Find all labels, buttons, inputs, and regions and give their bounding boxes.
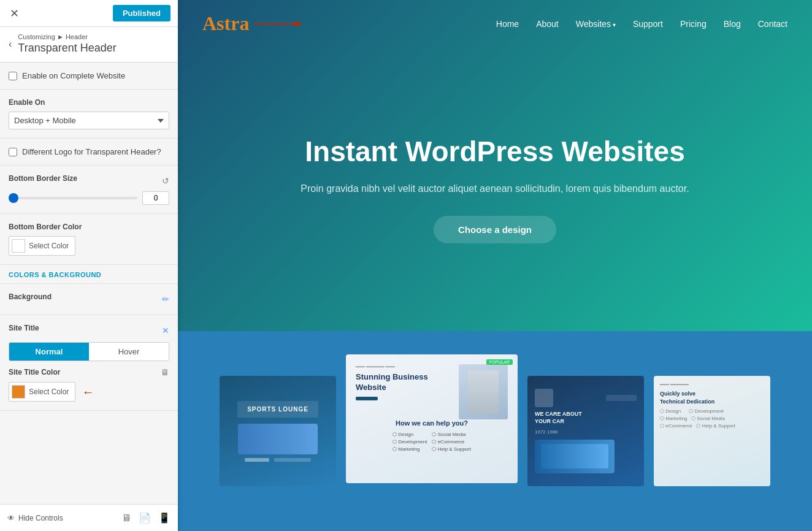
nav-links: Home About Websites Support Pricing Blog… bbox=[496, 19, 787, 29]
nav-about[interactable]: About bbox=[536, 19, 559, 29]
how-help-text: How we can help you? bbox=[396, 419, 468, 427]
reset-icon[interactable]: ↺ bbox=[162, 176, 169, 186]
nav-home[interactable]: Home bbox=[496, 19, 519, 29]
site-title-row: Site Title ✕ bbox=[9, 324, 169, 337]
hide-controls-label: Hide Controls bbox=[18, 514, 63, 522]
business-title: Stunning BusinessWebsite bbox=[356, 372, 428, 393]
different-logo-row: Different Logo for Transparent Header? bbox=[9, 147, 169, 156]
site-title-delete-icon[interactable]: ✕ bbox=[162, 326, 169, 335]
nav-contact[interactable]: Contact bbox=[758, 19, 787, 29]
svg-marker-1 bbox=[294, 21, 303, 26]
background-label: Background bbox=[9, 292, 52, 301]
panel-header: ‹ Customizing ► Header Transparent Heade… bbox=[0, 27, 178, 63]
border-size-row: Bottom Border Size ↺ bbox=[9, 174, 169, 188]
bottom-border-size-label: Bottom Border Size bbox=[9, 174, 77, 183]
site-nav: Astra Home About Websites Support Pricin… bbox=[178, 0, 812, 47]
nav-websites[interactable]: Websites bbox=[576, 19, 616, 29]
enable-on-section: Enable On Desktop + Mobile Desktop Only … bbox=[0, 90, 178, 139]
background-section: Background ✏ bbox=[0, 284, 178, 315]
enable-complete-website-row: Enable on Complete Website bbox=[9, 71, 169, 80]
enable-on-label: Enable On bbox=[9, 98, 169, 107]
screenshot-tech: ━━━ ━━━━━━ Quickly solveTechnical Dedica… bbox=[654, 376, 770, 486]
enable-on-dropdown[interactable]: Desktop + Mobile Desktop Only Mobile Onl… bbox=[9, 112, 169, 129]
close-button[interactable]: ✕ bbox=[7, 4, 21, 23]
site-title-color-control-row: Select Color ← bbox=[9, 381, 169, 402]
bottom-bar: 👁 Hide Controls 🖥 📄 📱 bbox=[0, 504, 178, 531]
bottom-border-color-label: Bottom Border Color bbox=[9, 223, 169, 231]
bottom-border-color-text: Select Color bbox=[29, 242, 69, 250]
header-info: Customizing ► Header Transparent Header bbox=[18, 33, 116, 55]
device-icons-row: 🖥 📄 📱 bbox=[121, 512, 170, 524]
different-logo-checkbox[interactable] bbox=[9, 148, 17, 156]
service-cols: ⬡ Design ⬡ Development ⬡ Marketing ⬡ Soc… bbox=[393, 432, 471, 452]
different-logo-section: Different Logo for Transparent Header? bbox=[0, 139, 178, 166]
logo-arrow bbox=[254, 19, 303, 29]
red-arrow-indicator: ← bbox=[82, 385, 94, 399]
hero-title: Instant WordPress Websites bbox=[305, 135, 684, 169]
hero-section: Astra Home About Websites Support Pricin… bbox=[178, 0, 812, 331]
tablet-device-button[interactable]: 📄 bbox=[139, 512, 151, 524]
breadcrumb: Customizing ► Header bbox=[18, 33, 116, 40]
cta-button[interactable]: Choose a design bbox=[434, 216, 556, 243]
eye-icon: 👁 bbox=[7, 514, 15, 522]
panel-title: Transparent Header bbox=[18, 42, 116, 55]
published-button[interactable]: Published bbox=[113, 5, 170, 21]
left-panel: ✕ Published ‹ Customizing ► Header Trans… bbox=[0, 0, 178, 531]
site-title-section: Site Title ✕ Normal Hover Site Title Col… bbox=[0, 315, 178, 411]
background-row: Background ✏ bbox=[9, 292, 169, 306]
site-title-color-text: Select Color bbox=[29, 388, 69, 396]
nav-pricing[interactable]: Pricing bbox=[680, 19, 707, 29]
site-title-label: Site Title bbox=[9, 324, 39, 332]
bottom-border-color-button[interactable]: Select Color bbox=[9, 236, 75, 256]
tab-hover[interactable]: Hover bbox=[89, 343, 169, 361]
bottom-border-size-section: Bottom Border Size ↺ bbox=[0, 166, 178, 214]
device-icon[interactable]: 🖥 bbox=[161, 367, 169, 377]
panel-top-bar: ✕ Published bbox=[0, 0, 178, 27]
preview-content: Astra Home About Websites Support Pricin… bbox=[178, 0, 812, 531]
enable-complete-website-label: Enable on Complete Website bbox=[22, 71, 125, 80]
popular-badge: POPULAR bbox=[486, 359, 513, 365]
background-edit-icon[interactable]: ✏ bbox=[162, 294, 169, 304]
hide-controls-button[interactable]: 👁 Hide Controls bbox=[7, 514, 63, 522]
screenshots-section: SPORTS LOUNGE ━━━ ━━━━━━ ━━━ Stunning bbox=[178, 331, 812, 531]
enable-complete-website-section: Enable on Complete Website bbox=[0, 63, 178, 90]
logo-area: Astra bbox=[202, 12, 303, 35]
screenshot-car: WE CARE ABOUTYOUR CAR 1972 1986 bbox=[527, 376, 644, 486]
bottom-border-color-section: Bottom Border Color Select Color bbox=[0, 214, 178, 265]
normal-hover-tabs: Normal Hover bbox=[9, 342, 169, 361]
nav-support[interactable]: Support bbox=[633, 19, 663, 29]
back-button[interactable]: ‹ bbox=[9, 39, 12, 50]
different-logo-label: Different Logo for Transparent Header? bbox=[22, 147, 161, 156]
border-size-value-input[interactable] bbox=[142, 191, 169, 205]
mobile-device-button[interactable]: 📱 bbox=[158, 512, 170, 524]
border-size-slider[interactable] bbox=[9, 197, 137, 199]
site-title-color-swatch bbox=[12, 385, 25, 399]
bottom-border-color-swatch bbox=[12, 239, 25, 253]
screenshot-business: ━━━ ━━━━━━ ━━━ Stunning BusinessWebsite … bbox=[346, 354, 518, 483]
site-title-color-label: Site Title Color bbox=[9, 368, 60, 376]
desktop-device-button[interactable]: 🖥 bbox=[121, 512, 131, 524]
panel-body: Enable on Complete Website Enable On Des… bbox=[0, 63, 178, 504]
slider-row bbox=[9, 191, 169, 205]
hero-subtitle: Proin gravida nibh vel velit auctor aliq… bbox=[301, 181, 689, 197]
preview-area: Astra Home About Websites Support Pricin… bbox=[178, 0, 812, 531]
sports-label: SPORTS LOUNGE bbox=[247, 406, 308, 413]
nav-blog[interactable]: Blog bbox=[724, 19, 741, 29]
tab-normal[interactable]: Normal bbox=[9, 343, 89, 361]
site-logo: Astra bbox=[202, 12, 249, 35]
colors-background-heading: COLORS & BACKGROUND bbox=[0, 265, 178, 284]
site-title-color-button[interactable]: Select Color bbox=[9, 382, 75, 402]
site-title-color-row: Site Title Color 🖥 bbox=[9, 367, 169, 377]
enable-complete-website-checkbox[interactable] bbox=[9, 72, 17, 80]
screenshot-sports: SPORTS LOUNGE bbox=[220, 376, 336, 486]
hero-text: Instant WordPress Websites Proin gravida… bbox=[178, 47, 812, 331]
